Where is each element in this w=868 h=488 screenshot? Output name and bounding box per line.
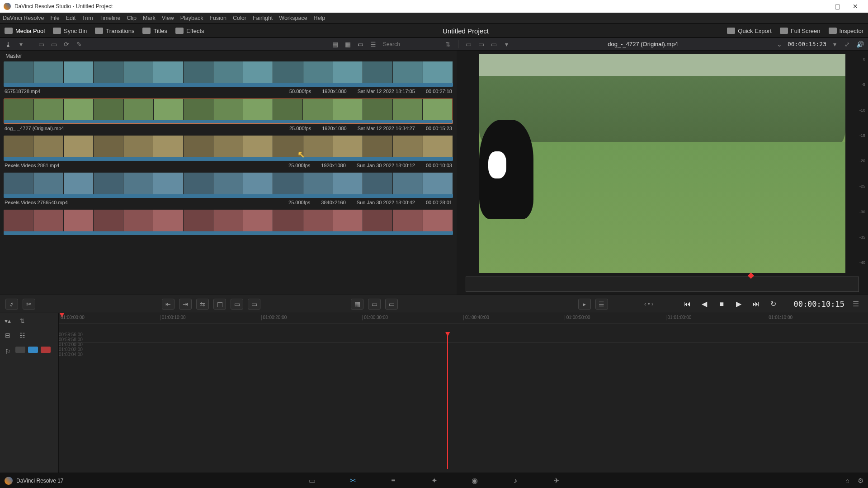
clip-card[interactable]	[4, 210, 453, 235]
list-icon[interactable]: ☰	[595, 299, 608, 310]
filmstrip-view-icon[interactable]: ▭	[356, 40, 365, 48]
timeline-tool2-icon[interactable]: ☷	[17, 330, 27, 340]
toolbar-mediapool[interactable]: Media Pool	[5, 28, 45, 34]
ripple-icon[interactable]: ⇆	[196, 299, 209, 310]
split-icon[interactable]: ▾	[502, 40, 511, 48]
split-clip-icon[interactable]: ✂	[23, 299, 35, 310]
stop-button[interactable]: ■	[715, 298, 728, 310]
list-view-icon[interactable]: ☰	[368, 40, 377, 48]
toolbar-syncbin[interactable]: Sync Bin	[53, 28, 87, 34]
clip-card[interactable]: Pexels Videos 2881.mp425.000fps1920x1080…	[4, 136, 453, 170]
prev-frame-button[interactable]: ◀	[698, 298, 711, 310]
track-audio-toggle[interactable]	[41, 347, 51, 353]
chevron-down-icon[interactable]: ▾	[16, 40, 25, 48]
clip-date: Sun Jan 30 2022 18:00:42	[357, 200, 415, 205]
toolbar-quickexport[interactable]: Quick Export	[727, 28, 771, 34]
append-icon[interactable]: ⇥	[179, 299, 192, 310]
bin2-icon[interactable]: ▭	[49, 40, 58, 48]
page-media-icon[interactable]: ▭	[306, 476, 318, 486]
tools-icon[interactable]: ▦	[351, 299, 363, 310]
breadcrumb[interactable]: Master	[4, 51, 453, 61]
close-button[interactable]: ✕	[846, 3, 864, 10]
tool-icon[interactable]: ✎	[75, 40, 84, 48]
menu-playback[interactable]: Playback	[180, 15, 203, 21]
menu-view[interactable]: View	[162, 15, 174, 21]
playhead-marker[interactable]	[748, 272, 754, 279]
menu-edit[interactable]: Edit	[66, 15, 76, 21]
timeline-tool1-icon[interactable]: ⊟	[3, 330, 13, 340]
timecode-menu-icon[interactable]: ☰	[849, 298, 863, 310]
viewer-scrubber[interactable]	[466, 277, 859, 292]
boring-detector-icon[interactable]: ⫽	[5, 299, 18, 310]
page-deliver-icon[interactable]: ✈	[550, 476, 562, 486]
menu-help[interactable]: Help	[314, 15, 326, 21]
menu-workspace[interactable]: Workspace	[279, 15, 307, 21]
menu-fairlight[interactable]: Fairlight	[253, 15, 273, 21]
toolbar-transitions[interactable]: Transitions	[95, 28, 134, 34]
sort-icon[interactable]: ⇅	[443, 40, 453, 48]
minimize-button[interactable]: —	[810, 3, 828, 10]
timeline-view1-icon[interactable]: ▾▴	[3, 316, 13, 326]
timeline[interactable]: 01:00:00:0001:00:10:0001:00:20:0001:00:3…	[59, 313, 868, 484]
place-on-top-icon[interactable]: ▭	[231, 299, 243, 310]
track-video-toggle[interactable]	[28, 347, 38, 353]
viewer-menu-icon[interactable]: ⌄	[775, 40, 784, 48]
marker-tool-icon[interactable]: ⚐	[3, 347, 13, 357]
timeline-view2-icon[interactable]: ⇅	[17, 316, 27, 326]
page-cut-icon[interactable]: ✂	[347, 476, 359, 486]
clip-card[interactable]: Pexels Videos 2786540.mp425.000fps3840x2…	[4, 173, 453, 207]
search-input[interactable]	[381, 40, 440, 49]
menu-fusion[interactable]: Fusion	[209, 15, 226, 21]
loop-button[interactable]: ↻	[766, 298, 780, 310]
next-frame-button[interactable]: ⏭	[749, 298, 763, 310]
page-fairlight-icon[interactable]: ♪	[509, 476, 521, 486]
toolbar-effects[interactable]: Effects	[175, 28, 204, 34]
import-media-icon[interactable]: ⤓	[4, 40, 13, 48]
trim-mode-icon[interactable]: ▸	[578, 299, 591, 310]
speaker-icon[interactable]: 🔊	[855, 40, 864, 48]
play-button[interactable]: ▶	[732, 298, 745, 310]
expand-icon[interactable]: ⤢	[843, 40, 852, 48]
clip-date: Sun Jan 30 2022 18:00:12	[357, 163, 415, 168]
toolbar-titles[interactable]: Titles	[142, 28, 167, 34]
clip-card[interactable]: dog_-_4727 (Original).mp425.000fps1920x1…	[4, 99, 453, 133]
source-overwrite-icon[interactable]: ▭	[248, 299, 260, 310]
menu-timeline[interactable]: Timeline	[99, 15, 121, 21]
viewer-canvas[interactable]	[479, 54, 845, 273]
prev-next-nav[interactable]: ‹ • ›	[644, 300, 653, 307]
menu-file[interactable]: File	[50, 15, 59, 21]
home-icon[interactable]: ⌂	[845, 477, 849, 485]
view-mode1-icon[interactable]: ▭	[464, 40, 473, 48]
project-title: Untitled Project	[204, 27, 727, 35]
window-titlebar: DaVinci Resolve Studio - Untitled Projec…	[0, 0, 868, 13]
page-fusion-icon[interactable]: ✦	[428, 476, 440, 486]
toolbar-inspector[interactable]: Inspector	[829, 28, 863, 34]
footer-app-name: DaVinci Resolve 17	[16, 478, 64, 484]
menu-color[interactable]: Color	[233, 15, 246, 21]
page-color-icon[interactable]: ◉	[469, 476, 481, 486]
thumb-view-icon[interactable]: ▦	[343, 40, 352, 48]
tools3-icon[interactable]: ▭	[385, 299, 398, 310]
track-cam-toggle[interactable]	[15, 347, 25, 353]
refresh-icon[interactable]: ⟳	[62, 40, 71, 48]
strip-view-icon[interactable]: ▤	[330, 40, 340, 48]
menu-trim[interactable]: Trim	[82, 15, 93, 21]
menu-davinciresolve[interactable]: DaVinci Resolve	[3, 15, 44, 21]
menu-clip[interactable]: Clip	[127, 15, 137, 21]
bin-icon[interactable]: ▭	[37, 40, 46, 48]
view-mode2-icon[interactable]: ▭	[476, 40, 486, 48]
viewer: 0-5-10-15-20-25-30-35-40	[457, 51, 868, 295]
smart-insert-icon[interactable]: ⇤	[162, 299, 175, 310]
maximize-button[interactable]: ▢	[828, 3, 846, 10]
view-mode3-icon[interactable]: ▭	[489, 40, 498, 48]
menu-mark[interactable]: Mark	[143, 15, 156, 21]
project-settings-icon[interactable]: ⚙	[858, 477, 863, 485]
toolbar-fullscreen[interactable]: Full Screen	[780, 28, 821, 34]
tc-menu-icon[interactable]: ▾	[830, 40, 839, 48]
page-edit-icon[interactable]: ≡	[387, 476, 399, 486]
lower-playhead-line[interactable]	[447, 332, 448, 469]
closeup-icon[interactable]: ◫	[213, 299, 226, 310]
tools2-icon[interactable]: ▭	[368, 299, 381, 310]
clip-card[interactable]: 657518728.mp450.000fps1920x1080Sat Mar 1…	[4, 61, 453, 96]
first-frame-button[interactable]: ⏮	[680, 298, 694, 310]
